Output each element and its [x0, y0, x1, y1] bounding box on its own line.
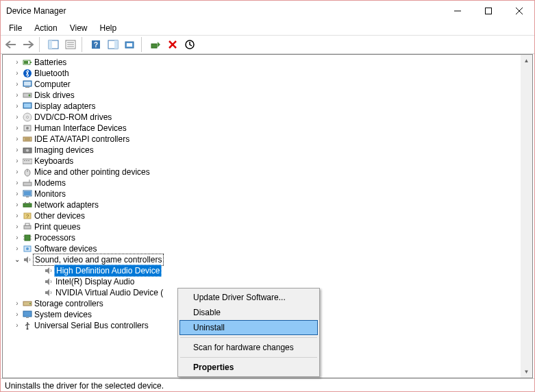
tree-node[interactable]: ›DVD/CD-ROM drives [3, 112, 532, 123]
tree-node[interactable]: ⌄Sound, video and game controllers [3, 254, 532, 265]
chevron-right-icon[interactable]: › [12, 79, 22, 90]
update-driver-button[interactable] [148, 37, 163, 52]
tree-node[interactable]: High Definition Audio Device [3, 265, 532, 276]
tree-node[interactable]: ›?Other devices [3, 210, 532, 221]
chevron-right-icon[interactable]: › [12, 210, 22, 221]
statusbar: Uninstalls the driver for the selected d… [1, 378, 534, 392]
tree-node[interactable]: ›Imaging devices [3, 145, 532, 156]
svg-rect-13 [114, 40, 118, 49]
context-menu: Update Driver Software...DisableUninstal… [177, 288, 320, 377]
tree-node[interactable]: ›Processors [3, 232, 532, 243]
action-pane-button[interactable] [105, 37, 121, 52]
tree-node[interactable]: ›Human Interface Devices [3, 123, 532, 134]
tree-node[interactable]: ›Batteries [3, 57, 532, 68]
svg-rect-5 [49, 40, 52, 49]
chevron-right-icon[interactable]: › [12, 188, 22, 199]
tree-node[interactable]: ›Computer [3, 79, 532, 90]
chevron-right-icon[interactable]: › [12, 199, 22, 210]
menu-view[interactable]: View [64, 22, 93, 34]
context-menu-item[interactable]: Disable [179, 305, 318, 320]
uninstall-button[interactable] [165, 37, 180, 52]
svg-point-32 [27, 117, 29, 119]
tree-node[interactable]: ›Print queues [3, 221, 532, 232]
tree-node-label: IDE ATA/ATAPI controllers [33, 134, 131, 145]
keyboard-icon [22, 156, 33, 167]
context-menu-item[interactable]: Properties [179, 360, 318, 375]
chevron-right-icon[interactable]: › [12, 167, 22, 177]
tree-node[interactable]: ›IDE ATA/ATAPI controllers [3, 134, 532, 145]
menu-action[interactable]: Action [29, 22, 62, 34]
svg-rect-15 [127, 43, 132, 47]
tree-node[interactable]: ›Display adapters [3, 101, 532, 112]
ide-icon [22, 134, 33, 145]
tree-node[interactable]: ›Disk drives [3, 90, 532, 101]
chevron-right-icon[interactable]: › [12, 320, 22, 331]
svg-point-64 [26, 247, 29, 250]
hid-icon [22, 123, 33, 134]
svg-rect-56 [24, 225, 31, 229]
chevron-right-icon[interactable]: › [12, 221, 22, 232]
chevron-right-icon[interactable]: › [12, 243, 22, 254]
toolbar-separator [141, 37, 145, 52]
tree-node[interactable]: ›Monitors [3, 188, 532, 199]
close-button[interactable] [503, 1, 534, 21]
tree-node[interactable]: ›Bluetooth [3, 68, 532, 79]
tree-node[interactable]: ›Software devices [3, 243, 532, 254]
print-icon [22, 221, 33, 232]
display-icon [22, 101, 33, 112]
tree-node-label: Universal Serial Bus controllers [33, 320, 150, 331]
chevron-right-icon[interactable]: › [12, 232, 22, 243]
menu-file[interactable]: File [3, 22, 27, 34]
statusbar-text: Uninstalls the driver for the selected d… [5, 381, 164, 391]
tree-node-label: System devices [33, 309, 93, 320]
help-button[interactable]: ? [88, 37, 103, 52]
chevron-right-icon[interactable]: › [12, 156, 22, 167]
back-button[interactable] [3, 37, 18, 52]
svg-rect-30 [24, 103, 31, 108]
chevron-right-icon[interactable]: › [12, 90, 22, 101]
chevron-right-icon[interactable]: › [12, 177, 22, 188]
context-menu-item[interactable]: Update Driver Software... [179, 290, 318, 305]
chevron-right-icon[interactable]: › [12, 145, 22, 156]
disable-button[interactable] [182, 37, 197, 52]
minimize-button[interactable] [442, 1, 473, 21]
show-hide-console-tree-button[interactable] [46, 37, 61, 52]
context-menu-item[interactable]: Uninstall [179, 320, 318, 335]
tree-node-label: Bluetooth [33, 68, 71, 79]
svg-rect-58 [25, 235, 30, 241]
dvd-icon [22, 112, 33, 123]
vertical-scrollbar[interactable]: ▲ ▼ [521, 55, 532, 378]
forward-button[interactable] [21, 37, 36, 52]
tree-node[interactable]: ›Network adapters [3, 199, 532, 210]
scan-hardware-button[interactable] [123, 37, 138, 52]
chevron-down-icon[interactable]: ⌄ [12, 254, 22, 265]
tree-node[interactable]: ›Modems [3, 177, 532, 188]
properties-button[interactable] [63, 37, 78, 52]
chevron-right-icon[interactable]: › [12, 298, 22, 309]
chevron-right-icon[interactable]: › [12, 68, 22, 79]
tree-node-label: Disk drives [33, 90, 76, 101]
network-icon [22, 199, 33, 210]
toolbar-separator [39, 37, 42, 52]
tree-node-label: Batteries [33, 57, 68, 68]
battery-icon [22, 57, 33, 68]
scroll-down-button[interactable]: ▼ [521, 366, 532, 378]
svg-rect-40 [23, 159, 32, 164]
chevron-right-icon[interactable]: › [12, 309, 22, 320]
svg-point-69 [27, 328, 29, 330]
chevron-right-icon[interactable]: › [12, 123, 22, 134]
chevron-right-icon[interactable]: › [12, 57, 22, 68]
tree-node[interactable]: ›Keyboards [3, 156, 532, 167]
menu-help[interactable]: Help [95, 22, 123, 34]
chevron-right-icon[interactable]: › [12, 101, 22, 112]
context-menu-item[interactable]: Scan for hardware changes [179, 340, 318, 355]
software-icon [22, 243, 33, 254]
maximize-button[interactable] [473, 1, 503, 21]
tree-node-label: Print queues [33, 221, 82, 232]
tree-node[interactable]: Intel(R) Display Audio [3, 276, 532, 287]
chevron-right-icon[interactable]: › [12, 134, 22, 145]
tree-node-label: NVIDIA Virtual Audio Device ( [54, 287, 164, 298]
chevron-right-icon[interactable]: › [12, 112, 22, 123]
scroll-up-button[interactable]: ▲ [521, 55, 532, 66]
tree-node[interactable]: ›Mice and other pointing devices [3, 167, 532, 177]
